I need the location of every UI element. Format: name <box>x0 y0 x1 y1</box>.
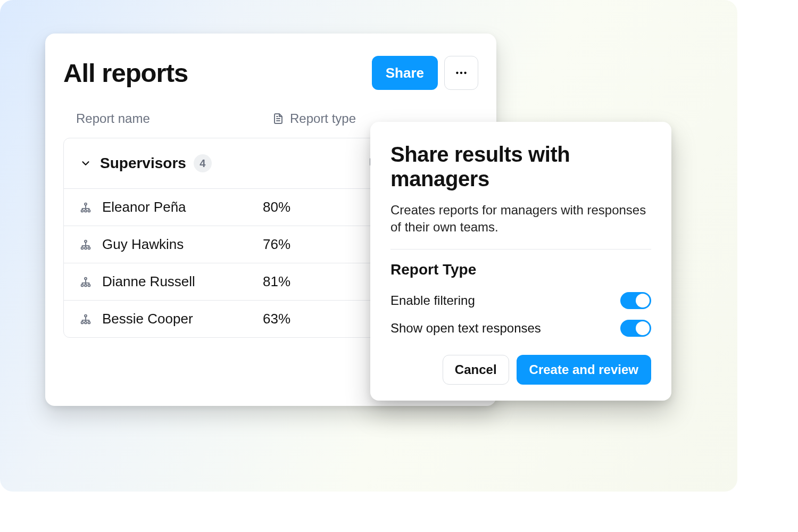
column-name-header: Report name <box>76 111 272 126</box>
cancel-button[interactable]: Cancel <box>443 355 509 385</box>
toggle-open-text[interactable] <box>620 320 651 337</box>
row-value: 63% <box>263 311 290 327</box>
dialog-actions: Cancel Create and review <box>390 355 651 385</box>
header-actions: Share <box>372 56 478 90</box>
toggle-label-filtering: Enable filtering <box>390 293 475 308</box>
dialog-title: Share results with managers <box>390 142 651 191</box>
org-icon <box>80 313 92 325</box>
group-count-badge: 4 <box>194 154 212 172</box>
chevron-down-icon <box>80 157 92 169</box>
toggle-row-filtering: Enable filtering <box>390 287 651 314</box>
column-type-header: Report type <box>272 111 356 126</box>
toggle-row-opentext: Show open text responses <box>390 314 651 342</box>
row-value: 81% <box>263 273 290 290</box>
org-icon <box>80 239 92 251</box>
share-dialog: Share results with managers Creates repo… <box>370 122 671 401</box>
row-name: Bessie Cooper <box>102 311 263 327</box>
toggle-label-opentext: Show open text responses <box>390 321 541 336</box>
column-type-label: Report type <box>290 111 356 126</box>
report-type-section-title: Report Type <box>390 261 651 278</box>
toggle-enable-filtering[interactable] <box>620 292 651 309</box>
create-and-review-button[interactable]: Create and review <box>517 355 651 385</box>
row-value: 80% <box>263 199 290 215</box>
page-title: All reports <box>63 58 188 88</box>
row-name: Dianne Russell <box>102 273 263 290</box>
more-actions-button[interactable] <box>444 56 478 90</box>
background-stage: All reports Share Report name Report typ… <box>0 0 737 492</box>
toggle-knob <box>636 294 650 307</box>
ellipsis-icon <box>454 66 468 80</box>
file-icon <box>272 112 285 125</box>
row-name: Guy Hawkins <box>102 236 263 253</box>
share-button[interactable]: Share <box>372 56 438 90</box>
row-value: 76% <box>263 236 290 253</box>
org-icon <box>80 202 92 213</box>
dialog-description: Creates reports for managers with respon… <box>390 202 651 250</box>
row-name: Eleanor Peña <box>102 199 263 215</box>
org-icon <box>80 276 92 288</box>
toggle-knob <box>636 321 650 335</box>
group-name: Supervisors <box>100 155 186 172</box>
reports-header: All reports Share <box>63 56 478 111</box>
